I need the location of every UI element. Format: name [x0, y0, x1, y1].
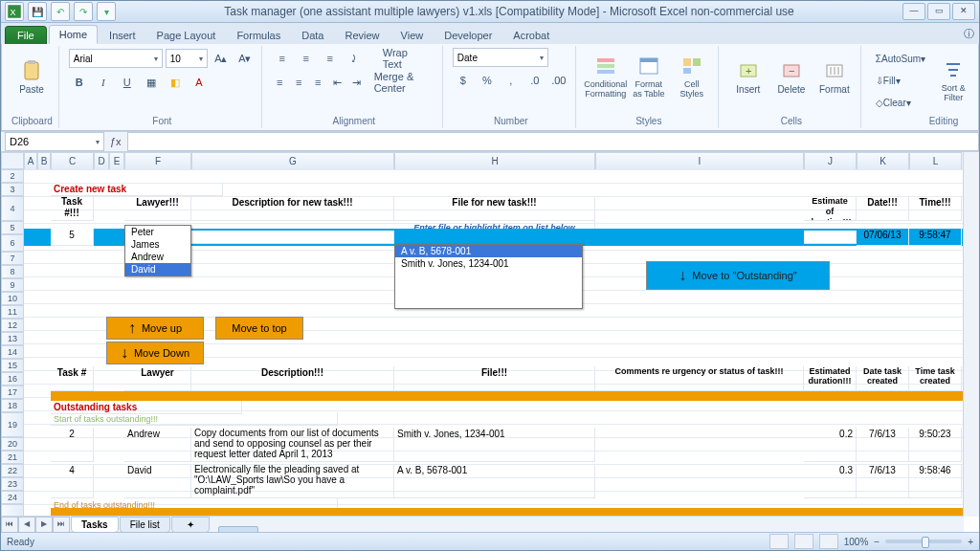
row-9[interactable]: 9 — [1, 278, 24, 292]
insert-cell-button[interactable]: +Insert — [728, 48, 768, 105]
indent-dec-icon[interactable]: ⇤ — [329, 72, 345, 93]
view-pagelayout-icon[interactable] — [794, 534, 813, 549]
tab-home[interactable]: Home — [49, 25, 98, 44]
format-as-table-button[interactable]: Format as Table — [629, 48, 669, 105]
formula-input[interactable] — [127, 132, 979, 151]
fill-color-button[interactable]: ◧ — [165, 72, 186, 93]
sheet-tab-filelist[interactable]: File list — [120, 517, 170, 533]
row-12[interactable]: 12 — [1, 319, 24, 332]
col-F[interactable]: F — [124, 152, 191, 170]
grid[interactable]: Create new task Task #!!! Lawyer!!! Desc… — [24, 169, 964, 517]
select-all-corner[interactable] — [1, 152, 24, 169]
sort-filter-button[interactable]: Sort & Filter — [933, 52, 973, 109]
percent-icon[interactable]: % — [477, 70, 498, 91]
col-K[interactable]: K — [857, 152, 909, 170]
restore-button[interactable]: ▭ — [927, 3, 950, 20]
currency-icon[interactable]: $ — [453, 70, 474, 91]
excel-icon[interactable]: X — [5, 2, 24, 21]
row-21[interactable]: 21 — [1, 451, 24, 464]
conditional-formatting-button[interactable]: Conditional Formatting — [586, 48, 626, 105]
vertical-scrollbar[interactable] — [963, 152, 979, 517]
new-est-input[interactable] — [804, 231, 857, 244]
undo-icon[interactable]: ↶ — [51, 2, 70, 21]
row-6[interactable]: 6 — [1, 234, 24, 252]
row-10[interactable]: 10 — [1, 292, 24, 305]
col-J[interactable]: J — [804, 152, 857, 170]
tab-insert[interactable]: Insert — [100, 27, 145, 44]
lawyer-dropdown[interactable]: Peter James Andrew David — [124, 225, 191, 276]
row-11[interactable]: 11 — [1, 305, 24, 319]
row-4[interactable]: 4 — [1, 196, 24, 221]
align-bottom-icon[interactable]: ≡ — [320, 48, 341, 69]
row-18[interactable]: 18 — [1, 399, 24, 412]
tab-data[interactable]: Data — [292, 27, 333, 44]
align-top-icon[interactable]: ≡ — [272, 48, 293, 69]
redo-icon[interactable]: ↷ — [74, 2, 93, 21]
format-cell-button[interactable]: Format — [814, 48, 855, 105]
find-select-button[interactable]: Find & Select — [976, 52, 980, 109]
ribbon-help-icon[interactable]: ⓘ — [958, 23, 979, 44]
tab-last-icon[interactable]: ⏭ — [53, 517, 70, 533]
border-button[interactable]: ▦ — [141, 72, 162, 93]
sheet-tab-tasks[interactable]: Tasks — [71, 517, 119, 533]
row-7[interactable]: 7 — [1, 252, 24, 265]
indent-inc-icon[interactable]: ⇥ — [348, 72, 365, 93]
col-G[interactable]: G — [191, 152, 394, 170]
col-B[interactable]: B — [37, 152, 51, 170]
orientation-icon[interactable]: ⤸ — [344, 48, 365, 69]
zoom-slider[interactable] — [885, 540, 962, 543]
col-I[interactable]: I — [595, 152, 804, 170]
sheet-tab-new[interactable]: ✦ — [171, 517, 210, 533]
tab-review[interactable]: Review — [335, 27, 389, 44]
align-right-icon[interactable]: ≡ — [310, 72, 326, 93]
save-icon[interactable]: 💾 — [28, 2, 47, 21]
dec-decimal-icon[interactable]: .00 — [548, 70, 569, 91]
clear-button[interactable]: ◇ Clear ▾ — [871, 92, 930, 113]
col-D[interactable]: D — [94, 152, 109, 170]
col-C[interactable]: C — [51, 152, 94, 170]
align-center-icon[interactable]: ≡ — [291, 72, 307, 93]
wrap-text-button[interactable]: Wrap Text — [376, 48, 436, 69]
fill-button[interactable]: ⇩ Fill ▾ — [871, 70, 930, 91]
tab-page-layout[interactable]: Page Layout — [147, 27, 226, 44]
align-left-icon[interactable]: ≡ — [272, 72, 288, 93]
horizontal-scrollbar[interactable] — [218, 526, 258, 532]
paste-button[interactable]: Paste — [11, 48, 52, 105]
merge-center-button[interactable]: Merge & Center — [368, 72, 436, 93]
col-H[interactable]: H — [394, 152, 595, 170]
font-color-button[interactable]: A — [189, 72, 210, 93]
col-L[interactable]: L — [909, 152, 962, 170]
col-E[interactable]: E — [109, 152, 124, 170]
file-tab[interactable]: File — [5, 26, 47, 44]
autosum-button[interactable]: Σ AutoSum ▾ — [871, 48, 930, 69]
tab-developer[interactable]: Developer — [434, 27, 501, 44]
row-24[interactable]: 24 — [1, 491, 24, 504]
minimize-button[interactable]: — — [902, 3, 925, 20]
new-desc-input[interactable] — [191, 231, 394, 244]
row-13[interactable]: 13 — [1, 332, 24, 345]
font-name-select[interactable]: Arial — [69, 49, 163, 68]
row-19[interactable]: 19 — [1, 412, 24, 437]
row-3[interactable]: 3 — [1, 183, 24, 196]
tab-next-icon[interactable]: ▶ — [35, 517, 53, 533]
view-normal-icon[interactable] — [769, 534, 789, 549]
move-outstanding-button[interactable]: ↓ Move to "Outstanding" — [646, 261, 830, 290]
grow-font-icon[interactable]: A▴ — [211, 48, 232, 69]
delete-cell-button[interactable]: −Delete — [771, 48, 812, 105]
font-size-select[interactable]: 10 — [166, 49, 208, 68]
row-15[interactable]: 15 — [1, 359, 24, 372]
close-button[interactable]: ✕ — [952, 3, 975, 20]
number-format-select[interactable]: Date — [453, 48, 548, 67]
file-listbox[interactable]: A v. B, 5678-001 Smith v. Jones, 1234-00… — [394, 244, 583, 309]
underline-button[interactable]: U — [117, 72, 138, 93]
zoom-level[interactable]: 100% — [844, 537, 869, 547]
row-23[interactable]: 23 — [1, 477, 24, 491]
bold-button[interactable]: B — [69, 72, 90, 93]
view-pagebreak-icon[interactable] — [819, 534, 838, 549]
row-17[interactable]: 17 — [1, 386, 24, 399]
tab-view[interactable]: View — [391, 27, 434, 44]
col-A[interactable]: A — [24, 152, 37, 170]
move-up-button[interactable]: ↑Move up — [106, 317, 204, 340]
zoom-out-icon[interactable]: − — [874, 537, 880, 547]
comma-icon[interactable]: , — [501, 70, 522, 91]
